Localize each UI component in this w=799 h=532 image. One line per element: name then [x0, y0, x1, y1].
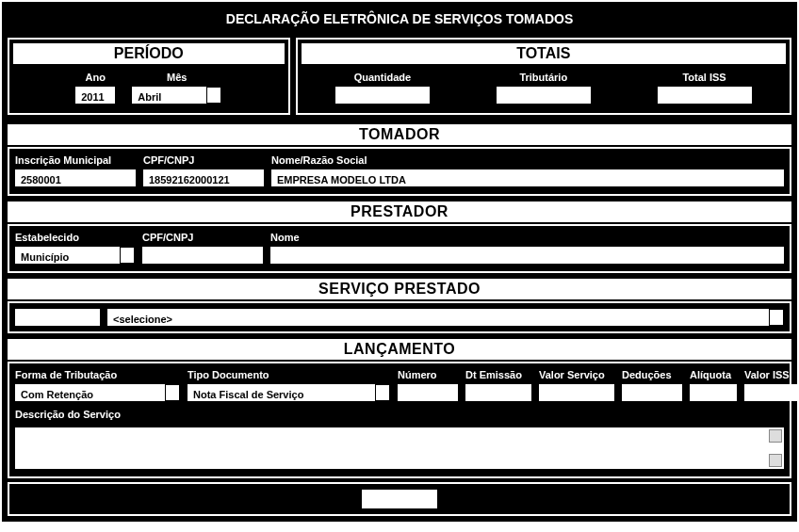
- scroll-up-icon[interactable]: [769, 429, 782, 443]
- lancamento-header: LANÇAMENTO: [8, 339, 791, 360]
- total-iss-label: Total ISS: [682, 72, 726, 83]
- scroll-down-icon[interactable]: [769, 454, 782, 467]
- numero-input[interactable]: [398, 384, 458, 401]
- tomador-cpfcnpj-input[interactable]: 18592162000121: [143, 169, 264, 186]
- quantidade-output: [335, 87, 430, 104]
- deducoes-label: Deduções: [622, 369, 682, 380]
- estab-select[interactable]: Município: [15, 247, 121, 264]
- tomador-panel: Inscrição Municipal 2580001 CPF/CNPJ 185…: [8, 147, 791, 196]
- estab-dropdown-icon[interactable]: [120, 247, 135, 264]
- prestador-cpfcnpj-input[interactable]: [142, 247, 263, 264]
- periodo-header: PERÍODO: [13, 43, 285, 64]
- prestador-cpfcnpj-label: CPF/CNPJ: [142, 232, 263, 243]
- tipo-select[interactable]: Nota Fiscal de Serviço: [188, 384, 376, 401]
- inscricao-input[interactable]: 2580001: [15, 169, 136, 186]
- tomador-cpfcnpj-label: CPF/CNPJ: [143, 154, 264, 166]
- tomador-nome-label: Nome/Razão Social: [271, 154, 784, 166]
- prestador-header: PRESTADOR: [8, 202, 791, 222]
- tributario-output: [497, 87, 591, 104]
- aliquota-label: Alíquota: [690, 369, 737, 380]
- forma-select[interactable]: Com Retenção: [15, 384, 166, 401]
- totais-header: TOTAIS: [302, 43, 786, 64]
- ano-input[interactable]: 2011: [75, 87, 115, 104]
- periodo-panel: PERÍODO Ano 2011 Mês Abril: [8, 38, 290, 115]
- valoriss-label: Valor ISS: [744, 369, 799, 380]
- servico-dropdown-icon[interactable]: [769, 309, 784, 326]
- numero-label: Número: [398, 369, 458, 380]
- descricao-textarea[interactable]: [15, 427, 784, 469]
- submit-button[interactable]: [362, 490, 437, 508]
- valoriss-input[interactable]: [744, 384, 799, 401]
- mes-dropdown-icon[interactable]: [206, 87, 221, 104]
- main-form: DECLARAÇÃO ELETRÔNICA DE SERVIÇOS TOMADO…: [2, 2, 797, 522]
- prestador-panel: Estabelecido Município CPF/CNPJ Nome: [8, 224, 791, 273]
- deducoes-input[interactable]: [622, 384, 682, 401]
- tipo-label: Tipo Documento: [188, 369, 390, 380]
- tomador-header: TOMADOR: [8, 124, 791, 145]
- ano-label: Ano: [86, 72, 106, 83]
- inscricao-label: Inscrição Municipal: [15, 154, 136, 166]
- prestador-nome-label: Nome: [270, 232, 784, 243]
- tributario-label: Tributário: [519, 72, 567, 83]
- tipo-dropdown-icon[interactable]: [375, 384, 390, 401]
- estab-label: Estabelecido: [15, 232, 135, 243]
- totais-panel: TOTAIS Quantidade Tributário Total ISS: [296, 38, 791, 115]
- servico-select[interactable]: <selecione>: [107, 309, 770, 326]
- valorserv-input[interactable]: [539, 384, 614, 401]
- quantidade-label: Quantidade: [354, 72, 412, 83]
- valorserv-label: Valor Serviço: [539, 369, 614, 380]
- servico-panel: <selecione>: [8, 301, 791, 333]
- dtemissao-input[interactable]: [465, 384, 531, 401]
- mes-select[interactable]: Abril: [132, 87, 207, 104]
- page-title: DECLARAÇÃO ELETRÔNICA DE SERVIÇOS TOMADO…: [4, 4, 795, 34]
- prestador-nome-input[interactable]: [270, 247, 784, 264]
- footer-panel: [8, 482, 791, 516]
- mes-label: Mês: [167, 72, 187, 83]
- forma-dropdown-icon[interactable]: [165, 384, 180, 401]
- descricao-label: Descrição do Serviço: [15, 409, 784, 420]
- servico-code-input[interactable]: [15, 309, 100, 326]
- tomador-nome-input[interactable]: EMPRESA MODELO LTDA: [271, 169, 784, 186]
- total-iss-output: [658, 87, 752, 104]
- lancamento-panel: Forma de Tributação Com Retenção Tipo Do…: [8, 362, 791, 478]
- dtemissao-label: Dt Emissão: [465, 369, 531, 380]
- aliquota-input[interactable]: [690, 384, 737, 401]
- forma-label: Forma de Tributação: [15, 369, 180, 380]
- servico-header: SERVIÇO PRESTADO: [8, 279, 791, 299]
